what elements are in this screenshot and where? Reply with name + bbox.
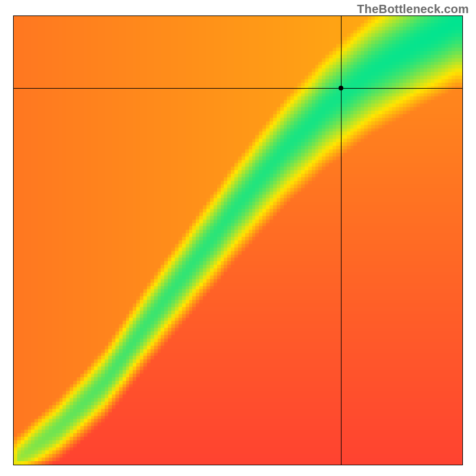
heatmap-plot xyxy=(13,15,463,465)
crosshair-horizontal xyxy=(14,88,462,89)
marker-dot-icon xyxy=(339,86,343,90)
crosshair-vertical xyxy=(341,16,342,465)
heatmap-canvas xyxy=(14,16,462,465)
chart-container: TheBottleneck.com xyxy=(0,0,476,476)
watermark-text: TheBottleneck.com xyxy=(357,2,469,16)
